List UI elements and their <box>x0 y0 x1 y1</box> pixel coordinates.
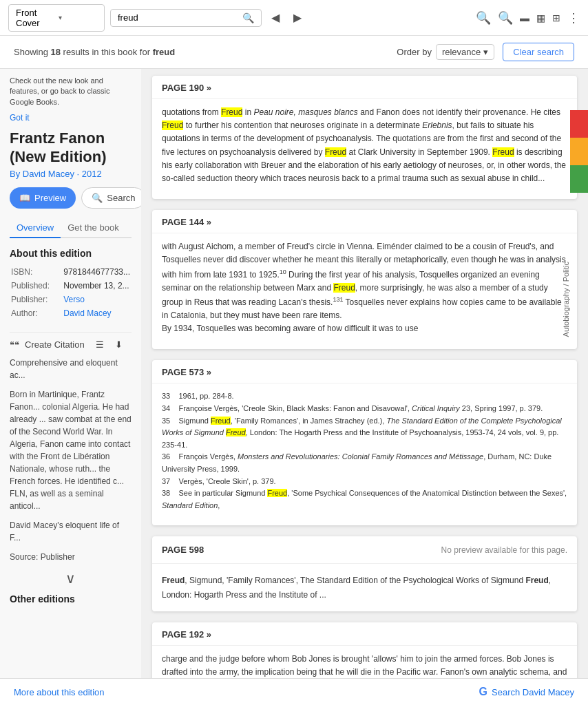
main-content: Check out the new look and features, or … <box>0 69 588 705</box>
preview-label: Preview <box>34 193 66 203</box>
about-description: Comprehensive and eloquent ac... Born in… <box>10 357 132 563</box>
publisher-value[interactable]: Verso <box>63 293 130 306</box>
result-count: 18 <box>50 47 60 57</box>
zoom-in-icon[interactable]: 🔍 <box>498 10 513 25</box>
author-value[interactable]: David Macey <box>63 307 130 319</box>
meta-table: ISBN: 9781844677733... Published: Novemb… <box>10 264 132 321</box>
search-btn-icon: 🔍 <box>92 193 103 203</box>
tab-overview[interactable]: Overview <box>10 218 61 238</box>
page-number-190: PAGE 190 » <box>162 83 211 93</box>
search-input[interactable] <box>118 12 238 23</box>
expand-button[interactable]: ∨ <box>10 570 132 587</box>
page-card-190: PAGE 190 » quotations from Freud in Peau… <box>152 76 577 199</box>
published-label: Published: <box>11 280 62 292</box>
highlight: Freud <box>267 489 287 497</box>
order-select[interactable]: relevance ▾ <box>436 44 494 60</box>
search-author-label[interactable]: Search David Macey <box>492 687 574 697</box>
more-icon[interactable]: ⋮ <box>567 10 580 25</box>
results-count-text: Showing 18 results in this book for freu… <box>14 47 397 57</box>
prev-button[interactable]: ◀ <box>267 8 284 27</box>
two-page-icon[interactable]: ▦ <box>536 12 545 23</box>
bottom-bar-left: More about this edition <box>14 687 105 697</box>
author-row: Author: David Macey <box>11 307 130 319</box>
page-number-598: PAGE 598 <box>162 545 204 555</box>
highlight: Freud <box>162 120 183 130</box>
page-card-body-598: Freud, Sigmund, 'Family Romances', The S… <box>152 564 577 611</box>
top-toolbar: Front Cover ▾ 🔍 ◀ ▶ 🔍 🔍 ▬ ▦ ⊞ ⋮ <box>0 0 588 36</box>
author-link[interactable]: David Macey <box>23 169 74 179</box>
about-section-title: About this edition <box>10 248 132 259</box>
page-card-598: PAGE 598 No preview available for this p… <box>152 536 577 611</box>
single-page-icon[interactable]: ▬ <box>520 12 529 23</box>
export-icon: ⬇ <box>115 339 123 350</box>
margin-bar-green <box>570 165 588 193</box>
page-card-header-144[interactable]: PAGE 144 » <box>152 210 577 233</box>
bottom-bar-right[interactable]: G Search David Macey <box>479 686 574 698</box>
create-citation-label[interactable]: Create Citation <box>25 339 85 350</box>
page-card-header-573[interactable]: PAGE 573 » <box>152 360 577 383</box>
page-144-text: with August Aichom, a member of Freud's … <box>162 240 567 335</box>
search-results-panel[interactable]: PAGE 190 » quotations from Freud in Peau… <box>141 69 588 705</box>
about-text-3: David Macey's eloquent life of F... <box>10 519 132 544</box>
margin-bar-red <box>570 110 588 138</box>
highlight: Freud <box>221 107 242 117</box>
page-card-header-598[interactable]: PAGE 598 No preview available for this p… <box>152 536 577 564</box>
book-icon: 📖 <box>19 193 30 203</box>
book-author: By David Macey · 2012 <box>10 169 132 179</box>
search-button[interactable]: 🔍 Search <box>81 187 145 209</box>
about-text-1: Comprehensive and eloquent ac... <box>10 357 132 381</box>
preview-button[interactable]: 📖 Preview <box>10 187 76 209</box>
page-card-144: PAGE 144 » with August Aichom, a member … <box>152 210 577 349</box>
tab-nav: Overview Get the book <box>10 218 132 238</box>
next-button[interactable]: ▶ <box>289 8 306 27</box>
chevron-down-icon: ▾ <box>59 14 97 21</box>
page-card-header-192[interactable]: PAGE 192 » <box>152 622 577 646</box>
highlight: Freud <box>325 147 346 157</box>
notification-bar: Check out the new look and features, or … <box>10 76 132 107</box>
zoom-out-icon[interactable]: 🔍 <box>476 10 491 25</box>
bottom-bar: More about this edition G Search David M… <box>0 678 588 705</box>
page-number-192: PAGE 192 » <box>162 629 211 640</box>
order-label: Order by <box>397 47 432 57</box>
publisher-row: Publisher: Verso <box>11 293 130 306</box>
source-label: Source: Publisher <box>10 551 132 563</box>
search-query: freud <box>153 47 176 57</box>
highlight: Freud <box>211 417 231 425</box>
isbn-value: 9781844677733... <box>63 266 130 278</box>
results-bar: Showing 18 results in this book for freu… <box>0 36 588 69</box>
tab-get-book[interactable]: Get the book <box>61 218 125 238</box>
order-chevron-icon: ▾ <box>483 47 488 57</box>
isbn-label: ISBN: <box>11 266 62 278</box>
other-editions-label: Other editions <box>10 593 132 604</box>
highlight: Freud <box>492 147 514 157</box>
more-about-label[interactable]: More about this edition <box>14 687 105 697</box>
search-label: Search <box>107 193 135 203</box>
page-number-144: PAGE 144 » <box>162 217 211 227</box>
dropdown-label: Front Cover <box>16 8 54 28</box>
published-value: November 13, 2... <box>63 280 130 292</box>
page-card-header-190[interactable]: PAGE 190 » <box>152 76 577 99</box>
highlight: Freud <box>333 283 355 293</box>
page-dropdown[interactable]: Front Cover ▾ <box>8 4 105 32</box>
page-number-573: PAGE 573 » <box>162 367 211 377</box>
create-citation-row: ❝❝ Create Citation ☰ ⬇ <box>10 332 132 350</box>
got-it-link[interactable]: Got it <box>10 113 132 123</box>
clear-search-button[interactable]: Clear search <box>503 43 574 61</box>
about-text-2: Born in Martinique, Frantz Fanon... colo… <box>10 388 132 512</box>
author-label: Author: <box>11 307 62 319</box>
book-sidebar: Check out the new look and features, or … <box>0 69 141 705</box>
search-icon: 🔍 <box>242 12 254 23</box>
isbn-row: ISBN: 9781844677733... <box>11 266 130 278</box>
toolbar-icons: 🔍 🔍 ▬ ▦ ⊞ ⋮ <box>476 10 580 25</box>
search-box[interactable]: 🔍 <box>110 9 262 27</box>
right-margin <box>570 110 588 193</box>
grid-icon[interactable]: ⊞ <box>552 12 560 23</box>
page-card-body-144: with August Aichom, a member of Freud's … <box>152 233 577 349</box>
highlight: Freud <box>226 428 246 436</box>
publisher-label: Publisher: <box>11 293 62 306</box>
action-buttons: 📖 Preview 🔍 Search <box>10 187 132 209</box>
page-573-text: 33 1961, pp. 284-8. 34 Françoise Vergès,… <box>162 390 567 512</box>
page-card-573: PAGE 573 » 33 1961, pp. 284-8. 34 Franço… <box>152 360 577 525</box>
book-year: 2012 <box>82 169 102 179</box>
category-label: Autobiography / Politic <box>562 262 570 337</box>
